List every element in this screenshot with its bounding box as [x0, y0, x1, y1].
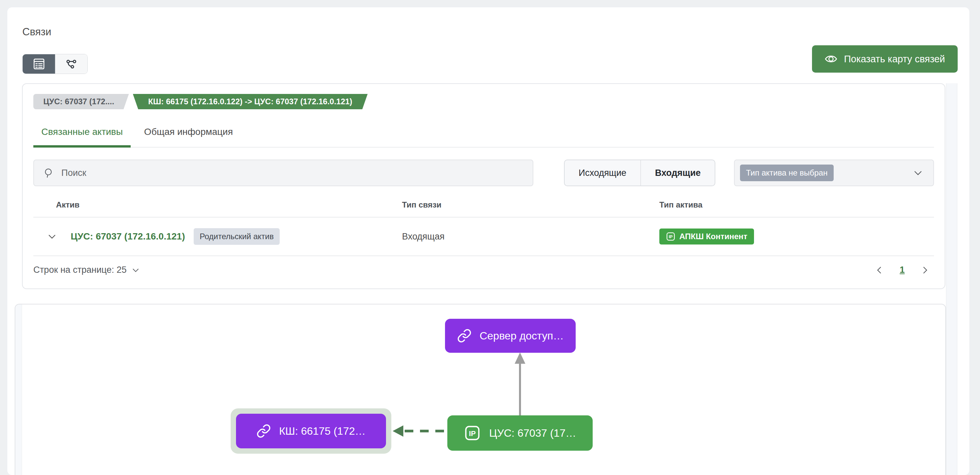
- graph-node-cus[interactable]: IP ЦУС: 67037 (17…: [447, 415, 593, 451]
- view-toggle-table-button[interactable]: [23, 54, 55, 74]
- graph-node-server[interactable]: Сервер доступ…: [445, 319, 576, 353]
- ip-icon: IP: [666, 232, 675, 241]
- table-header-row: Актив Тип связи Тип актива: [33, 200, 934, 218]
- graph-node-ksh[interactable]: КШ: 66175 (172…: [236, 414, 386, 448]
- view-toggle-graph-button[interactable]: [55, 54, 88, 74]
- tab-general-info[interactable]: Общая информация: [136, 127, 241, 148]
- breadcrumb-current-label: КШ: 66175 (172.16.0.122) -> ЦУС: 67037 (…: [148, 97, 352, 106]
- link-icon: [457, 329, 472, 343]
- dashed-arrow-head-left: [393, 425, 403, 437]
- graph-view-icon: [64, 57, 78, 71]
- rows-per-page-select[interactable]: Строк на странице: 25: [33, 265, 140, 275]
- graph-node-label: КШ: 66175 (172…: [279, 425, 366, 437]
- breadcrumb: ЦУС: 67037 (172.... КШ: 66175 (172.16.0.…: [33, 94, 934, 109]
- svg-text:IP: IP: [669, 235, 673, 239]
- table-row[interactable]: ЦУС: 67037 (172.16.0.121) Родительский а…: [33, 218, 934, 256]
- prev-page-button[interactable]: [874, 265, 885, 275]
- table-footer: Строк на странице: 25 1: [33, 256, 934, 275]
- row-expand-chevron-icon[interactable]: [33, 232, 71, 241]
- link-icon: [256, 424, 271, 438]
- breadcrumb-parent-label: ЦУС: 67037 (172....: [43, 97, 115, 106]
- related-assets-panel: ЦУС: 67037 (172.... КШ: 66175 (172.16.0.…: [22, 83, 945, 289]
- parent-asset-badge: Родительский актив: [194, 228, 280, 245]
- view-mode-toggle: [22, 54, 88, 74]
- vertical-scrollbar[interactable]: [946, 83, 957, 475]
- asset-type-label: АПКШ Континент: [679, 232, 747, 241]
- column-header-asset-type: Тип актива: [659, 200, 934, 210]
- ip-icon: IP: [464, 424, 481, 442]
- dashed-arrow-line: [405, 430, 447, 432]
- incoming-button[interactable]: Входящие: [640, 160, 715, 186]
- tab-bar: Связанные активы Общая информация: [33, 127, 934, 148]
- tab-related-assets[interactable]: Связанные активы: [33, 127, 130, 148]
- asset-type-select[interactable]: Тип актива не выбран: [734, 160, 934, 186]
- pagination: 1: [874, 265, 934, 275]
- search-box: [33, 160, 533, 186]
- svg-text:IP: IP: [469, 429, 476, 438]
- graph-left-gutter: [15, 305, 22, 475]
- table-view-icon: [32, 57, 46, 71]
- eye-icon: [825, 52, 837, 65]
- show-map-label: Показать карту связей: [844, 54, 945, 65]
- show-map-button[interactable]: Показать карту связей: [812, 45, 958, 73]
- breadcrumb-chip-parent[interactable]: ЦУС: 67037 (172....: [33, 94, 129, 109]
- column-header-link-type: Тип связи: [402, 200, 659, 210]
- page-number[interactable]: 1: [900, 265, 905, 275]
- solid-arrow-line: [519, 363, 521, 415]
- page-title: Связи: [22, 26, 51, 38]
- next-page-button[interactable]: [920, 265, 930, 275]
- asset-link[interactable]: ЦУС: 67037 (172.16.0.121): [71, 231, 185, 242]
- search-input[interactable]: [61, 168, 524, 178]
- filters-row: Исходящие Входящие Тип актива не выбран: [33, 160, 934, 186]
- connections-graph-panel: Сервер доступ… КШ: 66175 (172… IP ЦУС: 6…: [15, 304, 946, 475]
- chevron-down-icon: [913, 168, 923, 178]
- solid-arrow-head-up: [515, 353, 525, 364]
- chevron-down-icon: [131, 266, 140, 275]
- search-icon: [43, 167, 54, 178]
- direction-filter: Исходящие Входящие: [564, 160, 715, 186]
- column-header-asset: Актив: [56, 200, 402, 210]
- breadcrumb-chip-current[interactable]: КШ: 66175 (172.16.0.122) -> ЦУС: 67037 (…: [133, 94, 368, 109]
- asset-type-badge: IP АПКШ Континент: [659, 229, 754, 245]
- rows-per-page-label: Строк на странице: 25: [33, 265, 127, 275]
- asset-type-selected-badge: Тип актива не выбран: [740, 165, 834, 181]
- outgoing-button[interactable]: Исходящие: [565, 160, 640, 186]
- link-type-cell: Входящая: [402, 232, 659, 242]
- graph-node-label: ЦУС: 67037 (17…: [489, 427, 576, 439]
- connections-card: Связи: [7, 7, 969, 475]
- graph-node-label: Сервер доступ…: [480, 330, 564, 342]
